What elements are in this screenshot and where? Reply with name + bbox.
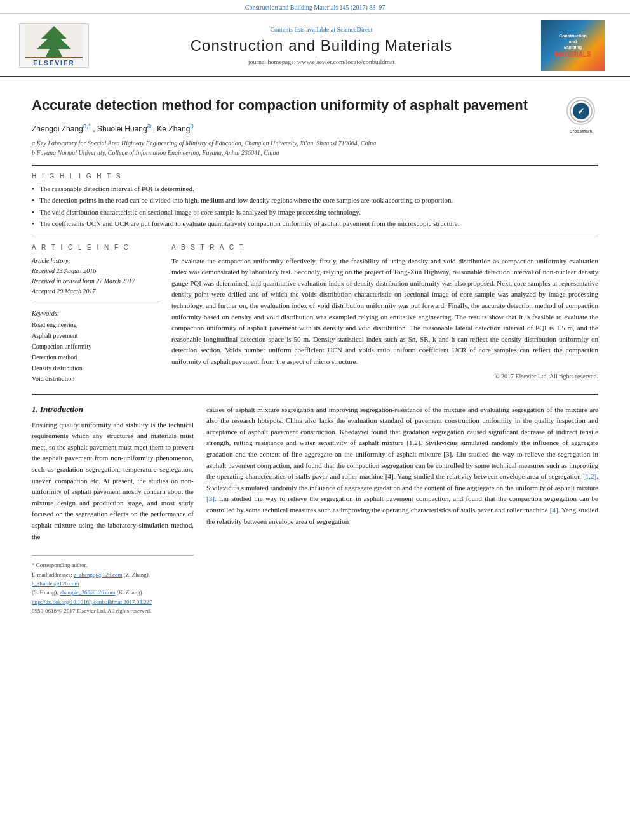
article-title-text: Accurate detection method for compaction… — [32, 97, 528, 113]
crossmark-icon: ✓ CrossMark — [566, 97, 595, 125]
highlight-item-3: The void distribution characteristic on … — [32, 207, 598, 218]
author2-name: , Shuolei Huang — [93, 124, 147, 133]
keywords-label: Keywords: — [32, 310, 159, 317]
highlight-item-4: The coefficients UCN and UCR are put for… — [32, 218, 598, 229]
body-left-column: 1. Introduction Ensuring quality uniform… — [32, 404, 194, 616]
abstract-text: To evaluate the compaction uniformity ef… — [171, 256, 598, 368]
header-divider — [32, 165, 598, 166]
article-info-column: A R T I C L E I N F O Article history: R… — [32, 244, 159, 384]
contents-label: Contents lists available at — [270, 26, 335, 33]
email-label: E-mail addresses: — [32, 571, 72, 578]
sivilevicious-text: Sivilevičius simulated randomly the infl… — [206, 484, 598, 491]
liu-text: Liu studied the way to relieve the segre… — [206, 495, 598, 514]
article-info-abstract: A R T I C L E I N F O Article history: R… — [32, 244, 598, 384]
cover-title-text: Construction and Building MATERIALS — [554, 33, 591, 58]
email-line-2: (S. Huang), zhangke_365@126.com (K. Zhan… — [32, 588, 194, 597]
article-info-label: A R T I C L E I N F O — [32, 244, 159, 251]
author3-name: , Ke Zhang — [153, 124, 191, 133]
email4-link[interactable]: zhangke_365@126.com — [60, 589, 116, 596]
article-title-section: Accurate detection method for compaction… — [32, 97, 598, 115]
revised-date: Received in revised form 27 March 2017 — [32, 276, 159, 286]
affiliations: a Key Laboratory for Special Area Highwa… — [32, 138, 598, 157]
highlights-label: H I G H L I G H T S — [32, 173, 598, 180]
author3-sup: b — [190, 123, 194, 130]
highlight-item-1: The reasonable detection interval of PQI… — [32, 183, 598, 194]
keywords-list: Road engineering Asphalt pavement Compac… — [32, 319, 159, 384]
keyword-5: Density distribution — [32, 363, 159, 373]
keyword-1: Road engineering — [32, 319, 159, 330]
article-history: Article history: Received 23 August 2016… — [32, 256, 159, 297]
intro-paragraph-1: Ensuring quality uniformity and stabilit… — [32, 420, 194, 543]
email1-link[interactable]: z_zhengqi@126.com — [74, 571, 123, 578]
email2-link[interactable]: h_shuolei@126.com — [32, 580, 79, 587]
author1-name: Zhengqi Zhang — [32, 124, 83, 133]
issn-line: 0950-0618/© 2017 Elsevier Ltd. All right… — [32, 606, 194, 615]
highlights-divider — [32, 236, 598, 236]
journal-citation-bar: Construction and Building Materials 145 … — [0, 0, 630, 14]
article-body: 1. Introduction Ensuring quality uniform… — [32, 404, 598, 616]
highlights-list: The reasonable detection interval of PQI… — [32, 183, 598, 229]
copyright-line: © 2017 Elsevier Ltd. All rights reserved… — [171, 373, 598, 380]
email1-name: (Z. Zhang), — [124, 571, 150, 578]
keyword-3: Compaction uniformity — [32, 341, 159, 352]
ref-4: [4] — [550, 506, 558, 514]
highlight-item-2: The detection points in the road can be … — [32, 195, 598, 206]
ref-3: [3] — [206, 495, 215, 502]
body-right-column: causes of asphalt mixture segregation an… — [206, 404, 598, 616]
journal-header: ELSEVIER Contents lists available at Sci… — [0, 14, 630, 77]
journal-title: Construction and Building Materials — [102, 37, 541, 55]
intro-section-title: 1. Introduction — [32, 404, 194, 415]
authors-line: Zhengqi Zhanga,* , Shuolei Huanga , Ke Z… — [32, 123, 598, 133]
doi-link[interactable]: http://dx.doi.org/10.1016/j.conbuildmat.… — [32, 597, 194, 606]
email3-text: (S. Huang), — [32, 589, 58, 596]
elsevier-logo-area: ELSEVIER — [19, 23, 102, 68]
intro-paragraph-2: causes of asphalt mixture segregation an… — [206, 404, 598, 528]
journal-citation-text: Construction and Building Materials 145 … — [245, 4, 385, 11]
journal-cover-image: Construction and Building MATERIALS — [541, 20, 605, 71]
page-content: Accurate detection method for compaction… — [0, 77, 630, 628]
svg-rect-3 — [25, 57, 83, 58]
affiliation-a: a Key Laboratory for Special Area Highwa… — [32, 138, 598, 148]
section-number: 1. — [32, 404, 38, 414]
author1-sup: a,* — [83, 123, 91, 130]
accepted-date: Accepted 29 March 2017 — [32, 286, 159, 297]
section-title-text: Introduction — [40, 404, 83, 414]
journal-header-center: Contents lists available at ScienceDirec… — [102, 26, 541, 65]
sciencedirect-line: Contents lists available at ScienceDirec… — [102, 26, 541, 33]
email4-name: (K. Zhang). — [117, 589, 144, 596]
crossmark-badge[interactable]: ✓ CrossMark — [563, 97, 598, 125]
svg-text:✓: ✓ — [577, 106, 585, 116]
keyword-6: Void distribution — [32, 373, 159, 384]
abstract-column: A B S T R A C T To evaluate the compacti… — [171, 244, 598, 384]
elsevier-wordmark: ELSEVIER — [33, 60, 74, 67]
affiliation-b: b Fuyang Normal University, College of I… — [32, 148, 598, 157]
info-divider — [32, 303, 159, 303]
email-line: E-mail addresses: z_zhengqi@126.com (Z. … — [32, 570, 194, 589]
footnotes: * Corresponding author. E-mail addresses… — [32, 555, 194, 615]
keywords-section: Keywords: Road engineering Asphalt pavem… — [32, 310, 159, 384]
sciencedirect-link[interactable]: ScienceDirect — [337, 26, 372, 33]
keyword-4: Detection method — [32, 352, 159, 363]
received-date: Received 23 August 2016 — [32, 266, 159, 276]
elsevier-tree-svg — [25, 25, 83, 60]
author2-sup: a — [147, 123, 151, 130]
keyword-2: Asphalt pavement — [32, 330, 159, 341]
content-divider — [32, 394, 598, 395]
elsevier-logo: ELSEVIER — [19, 23, 89, 68]
ref-1-2: [1,2] — [583, 472, 596, 480]
crossmark-label: CrossMark — [569, 128, 592, 134]
journal-cover-area: Construction and Building MATERIALS — [541, 20, 611, 71]
abstract-label: A B S T R A C T — [171, 244, 598, 251]
journal-homepage: journal homepage: www.elsevier.com/locat… — [102, 58, 541, 65]
corresponding-note: * Corresponding author. — [32, 561, 194, 570]
highlights-section: H I G H L I G H T S The reasonable detec… — [32, 173, 598, 229]
history-title: Article history: — [32, 256, 159, 266]
